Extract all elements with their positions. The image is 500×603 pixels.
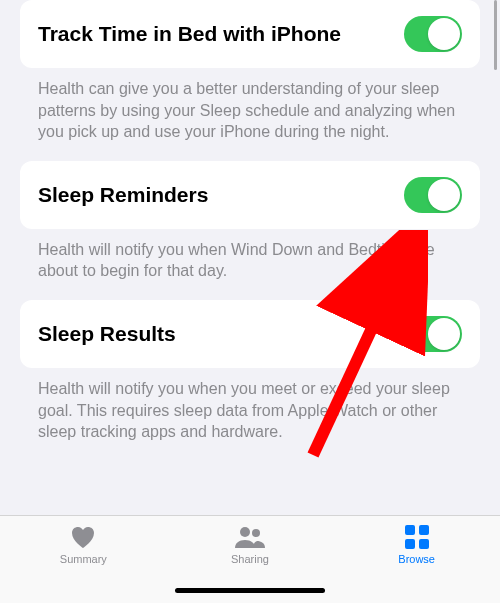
- track-time-in-bed-row: Track Time in Bed with iPhone: [20, 0, 480, 68]
- heart-icon: [68, 524, 98, 550]
- svg-point-3: [252, 529, 260, 537]
- toggle-knob: [428, 318, 460, 350]
- sleep-results-row: Sleep Results: [20, 300, 480, 368]
- svg-rect-4: [405, 525, 415, 535]
- sleep-reminders-description: Health will notify you when Wind Down an…: [20, 229, 480, 282]
- svg-point-2: [240, 527, 250, 537]
- settings-list: Track Time in Bed with iPhone Health can…: [0, 0, 500, 443]
- toggle-knob: [428, 179, 460, 211]
- sleep-reminders-row: Sleep Reminders: [20, 161, 480, 229]
- sleep-results-toggle[interactable]: [404, 316, 462, 352]
- home-indicator[interactable]: [175, 588, 325, 593]
- tab-browse[interactable]: Browse: [334, 524, 499, 565]
- scrollbar[interactable]: [494, 0, 497, 70]
- sleep-reminders-title: Sleep Reminders: [38, 182, 208, 208]
- tab-sharing-label: Sharing: [231, 553, 269, 565]
- track-time-description: Health can give you a better understandi…: [20, 68, 480, 143]
- svg-rect-7: [419, 539, 429, 549]
- svg-rect-5: [419, 525, 429, 535]
- sleep-reminders-toggle[interactable]: [404, 177, 462, 213]
- tab-summary[interactable]: Summary: [1, 524, 166, 565]
- tab-bar: Summary Sharing Browse: [0, 515, 500, 603]
- sleep-results-title: Sleep Results: [38, 321, 176, 347]
- people-icon: [235, 524, 265, 550]
- tab-summary-label: Summary: [60, 553, 107, 565]
- track-time-toggle[interactable]: [404, 16, 462, 52]
- svg-rect-6: [405, 539, 415, 549]
- tab-browse-label: Browse: [398, 553, 435, 565]
- grid-icon: [402, 524, 432, 550]
- toggle-knob: [428, 18, 460, 50]
- tab-sharing[interactable]: Sharing: [167, 524, 332, 565]
- track-time-title: Track Time in Bed with iPhone: [38, 21, 341, 47]
- sleep-results-description: Health will notify you when you meet or …: [20, 368, 480, 443]
